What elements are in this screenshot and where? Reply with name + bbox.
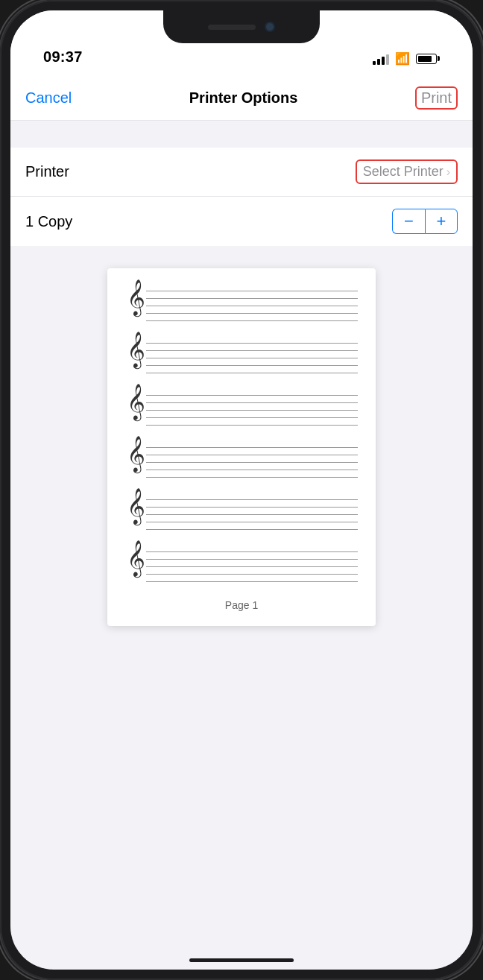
status-bar: 09:37 📶 <box>10 10 473 76</box>
staff-5: 𝄞 <box>125 495 358 532</box>
copy-label: 1 Copy <box>25 213 72 230</box>
chevron-right-icon: › <box>446 165 450 179</box>
speaker <box>208 25 256 30</box>
battery-icon <box>416 54 440 64</box>
staff-2: 𝄞 <box>125 338 358 376</box>
increase-copy-button[interactable]: + <box>425 209 458 234</box>
copy-row: 1 Copy − + <box>10 197 473 246</box>
treble-clef-6: 𝄞 <box>127 543 145 574</box>
camera <box>265 22 275 32</box>
print-button-wrapper[interactable]: Print <box>415 86 458 110</box>
content-area: 𝄞 𝄞 <box>10 246 473 648</box>
printer-row: Printer Select Printer › <box>10 148 473 197</box>
printer-label: Printer <box>25 163 69 180</box>
staff-3: 𝄞 <box>125 391 358 428</box>
page-label: Page 1 <box>125 599 358 611</box>
select-printer-text: Select Printer <box>363 164 443 180</box>
staff-1: 𝄞 <box>125 286 358 323</box>
staff-6: 𝄞 <box>125 547 358 584</box>
page-title: Printer Options <box>189 89 298 107</box>
nav-bar: Cancel Printer Options Print <box>10 76 473 121</box>
status-time: 09:37 <box>43 48 83 66</box>
select-printer-button[interactable]: Select Printer › <box>356 159 458 184</box>
wifi-icon: 📶 <box>395 51 410 66</box>
home-indicator <box>189 958 294 962</box>
sheet-preview: 𝄞 𝄞 <box>107 268 376 626</box>
treble-clef-1: 𝄞 <box>127 282 145 313</box>
treble-clef-2: 𝄞 <box>127 334 145 365</box>
cancel-button[interactable]: Cancel <box>25 89 72 107</box>
staff-4: 𝄞 <box>125 443 358 480</box>
treble-clef-4: 𝄞 <box>127 438 145 470</box>
decrease-copy-button[interactable]: − <box>392 209 425 234</box>
treble-clef-3: 𝄞 <box>127 386 145 417</box>
separator-top <box>10 121 473 148</box>
copy-controls: − + <box>392 209 458 234</box>
print-button[interactable]: Print <box>421 89 452 106</box>
treble-clef-5: 𝄞 <box>127 490 145 522</box>
form-section: Printer Select Printer › 1 Copy − + <box>10 148 473 246</box>
notch <box>163 10 320 43</box>
signal-icon <box>373 53 389 65</box>
phone-frame: 09:37 📶 Cancel Printer <box>0 0 483 980</box>
phone-screen: 09:37 📶 Cancel Printer <box>10 10 473 970</box>
status-icons: 📶 <box>373 51 440 66</box>
